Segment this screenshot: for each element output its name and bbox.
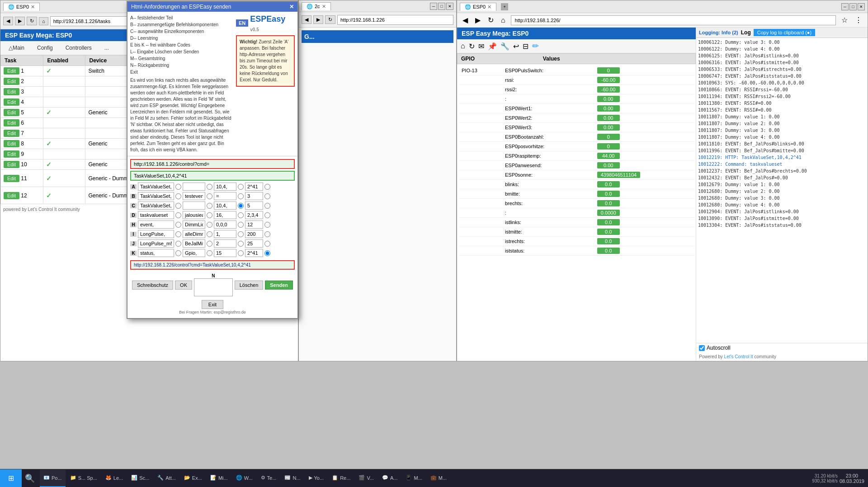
radio-a2[interactable] <box>207 184 212 190</box>
mid-back-btn[interactable]: ◀ <box>302 15 311 24</box>
left-browser-tab[interactable]: 🌐 ESP0 ✕ <box>3 3 40 11</box>
edit-btn-3[interactable]: Edit <box>4 88 19 95</box>
row-d-v3[interactable] <box>245 211 263 219</box>
radio-d1[interactable] <box>175 212 181 218</box>
radio-h3[interactable] <box>238 222 244 228</box>
row-h-v2[interactable] <box>214 220 236 229</box>
row-a-v3[interactable] <box>245 183 263 191</box>
radio-k3[interactable] <box>238 250 244 256</box>
mid-browser-tab[interactable]: 🌐 2c ✕ <box>302 2 331 10</box>
radio-d2[interactable] <box>207 212 212 218</box>
schreibschutz-button[interactable]: Schreibschutz <box>132 281 173 290</box>
mid-close-btn[interactable]: ✕ <box>446 3 453 10</box>
radio-a3[interactable] <box>238 184 244 190</box>
left-tab-close[interactable]: ✕ <box>31 4 35 10</box>
row-k-v1[interactable] <box>183 249 205 257</box>
row-a-v2[interactable] <box>214 183 236 191</box>
taskbar-app-n[interactable]: 📰 N... <box>281 470 304 487</box>
left-home-btn[interactable]: ⌂ <box>39 17 48 25</box>
row-b-v3[interactable] <box>245 192 263 200</box>
lets-control-link[interactable]: Let's Control It <box>724 354 753 359</box>
taskbar-app-sp[interactable]: 📁 S... Sp... <box>66 470 101 487</box>
nav-main[interactable]: △Main <box>4 43 29 53</box>
right-back-btn[interactable]: ◀ <box>461 15 470 25</box>
right-tab-close[interactable]: ✕ <box>487 4 491 10</box>
nav-config[interactable]: Config <box>33 43 57 53</box>
radio-j4[interactable] <box>264 241 270 247</box>
taskbar-app-v[interactable]: 🎬 V... <box>355 470 377 487</box>
row-c-label[interactable] <box>138 201 174 210</box>
autoscroll-checkbox[interactable] <box>699 345 705 351</box>
radio-j2[interactable] <box>207 241 212 247</box>
row-i-v2[interactable] <box>214 230 236 238</box>
row-b-v2[interactable] <box>214 192 236 200</box>
right-minimize-btn[interactable]: ─ <box>841 3 849 10</box>
row-i-v1[interactable] <box>183 230 205 238</box>
right-refresh-btn[interactable]: ↻ <box>486 15 495 25</box>
right-nav-active-icon[interactable]: ✏ <box>532 41 539 51</box>
nav-controllers[interactable]: Controllers <box>61 43 96 53</box>
radio-k2[interactable] <box>207 250 212 256</box>
row-j-label[interactable] <box>138 239 174 248</box>
right-nav-tool-icon[interactable]: 🔧 <box>500 42 509 51</box>
mid-refresh-btn[interactable]: ↻ <box>325 15 335 24</box>
edit-btn-10[interactable]: Edit <box>4 161 19 168</box>
right-nav-window-icon[interactable]: ⊟ <box>523 42 528 51</box>
radio-c1[interactable] <box>175 203 181 209</box>
right-nav-pin-icon[interactable]: 📌 <box>488 42 497 51</box>
senden-button[interactable]: Senden <box>265 281 293 290</box>
radio-a1[interactable] <box>175 184 181 190</box>
html-dialog-close[interactable]: ✕ <box>289 4 294 10</box>
edit-btn-2[interactable]: Edit <box>4 78 19 85</box>
edit-btn-11[interactable]: Edit <box>4 175 19 182</box>
radio-c4[interactable] <box>264 203 270 209</box>
radio-d3[interactable] <box>238 212 244 218</box>
taskbar-app-re[interactable]: 📋 Re... <box>328 470 354 487</box>
row-h-label[interactable] <box>138 220 174 229</box>
radio-b4[interactable] <box>264 193 270 199</box>
radio-b3[interactable] <box>238 193 244 199</box>
row-d-v2[interactable] <box>214 211 236 219</box>
radio-h1[interactable] <box>175 222 181 228</box>
left-forward-btn[interactable]: ▶ <box>15 17 25 25</box>
left-refresh-btn[interactable]: ↻ <box>27 17 37 25</box>
radio-i2[interactable] <box>207 231 212 237</box>
edit-btn-6[interactable]: Edit <box>4 119 19 126</box>
right-add-tab[interactable]: + <box>501 3 508 10</box>
taskbar-app-a[interactable]: 💬 A... <box>378 470 401 487</box>
radio-b1[interactable] <box>175 193 181 199</box>
right-forward-btn[interactable]: ▶ <box>473 15 482 25</box>
row-j-v2[interactable] <box>214 239 236 248</box>
taskbar-app-w[interactable]: 🌐 W... <box>232 470 256 487</box>
radio-c2[interactable] <box>207 203 212 209</box>
mid-address-bar[interactable] <box>337 15 453 25</box>
right-nav-back-icon[interactable]: ↩ <box>513 42 519 51</box>
left-back-btn[interactable]: ◀ <box>3 17 13 25</box>
taskbar-app-le[interactable]: 🦊 Le... <box>102 470 127 487</box>
edit-btn-4[interactable]: Edit <box>4 98 19 106</box>
right-address-bar[interactable] <box>511 15 836 25</box>
row-c-v1[interactable] <box>183 201 205 210</box>
start-button[interactable]: ⊞ <box>0 469 22 487</box>
row-d-label[interactable] <box>138 211 174 219</box>
radio-a4[interactable] <box>264 184 270 190</box>
radio-i1[interactable] <box>175 231 181 237</box>
mid-maximize-btn[interactable]: □ <box>438 3 445 10</box>
taskbar-app-te[interactable]: ⚙ Te... <box>257 470 280 487</box>
loeschen-button[interactable]: Löschen <box>235 281 264 290</box>
edit-btn-9[interactable]: Edit <box>4 150 19 158</box>
row-h-v1[interactable] <box>183 220 205 229</box>
row-a-v1[interactable] <box>183 183 205 191</box>
taskbar-app-m1[interactable]: 📱 M... <box>402 470 425 487</box>
right-browser-tab[interactable]: 🌐 ESP0 ✕ <box>460 3 496 11</box>
row-b-v1[interactable] <box>183 192 205 200</box>
radio-k4[interactable] <box>264 250 270 256</box>
url-input[interactable] <box>130 159 295 169</box>
n-textarea[interactable] <box>194 278 233 296</box>
taskbar-app-m2[interactable]: 💼 M... <box>427 470 450 487</box>
row-c-v2[interactable] <box>214 201 236 210</box>
radio-c3[interactable] <box>238 203 244 209</box>
nav-more[interactable]: ... <box>100 43 113 53</box>
row-h-v3[interactable] <box>245 220 263 229</box>
row-b-label[interactable] <box>138 192 174 200</box>
